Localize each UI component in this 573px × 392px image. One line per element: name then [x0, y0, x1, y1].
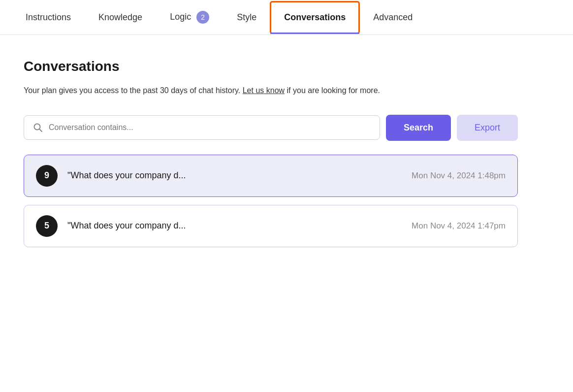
search-input-wrapper — [24, 115, 380, 140]
conversation-timestamp: Mon Nov 4, 2024 1:48pm — [412, 171, 506, 181]
conversation-list: 9 "What does your company d... Mon Nov 4… — [24, 155, 518, 247]
conversation-timestamp: Mon Nov 4, 2024 1:47pm — [412, 221, 506, 231]
tab-instructions[interactable]: Instructions — [12, 1, 85, 33]
logic-badge: 2 — [196, 11, 209, 24]
tab-advanced-label: Advanced — [373, 12, 413, 22]
tab-knowledge[interactable]: Knowledge — [85, 1, 156, 33]
search-input[interactable] — [49, 123, 371, 132]
conversation-item[interactable]: 9 "What does your company d... Mon Nov 4… — [24, 155, 518, 197]
page-title: Conversations — [24, 59, 518, 74]
tab-conversations[interactable]: Conversations — [270, 1, 359, 33]
description-before: Your plan gives you access to the past 3… — [24, 86, 240, 95]
tab-logic[interactable]: Logic 2 — [156, 0, 223, 34]
tab-advanced[interactable]: Advanced — [359, 1, 426, 33]
conversation-item[interactable]: 5 "What does your company d... Mon Nov 4… — [24, 205, 518, 247]
export-button[interactable]: Export — [457, 115, 518, 141]
description-after: if you are looking for more. — [287, 86, 380, 95]
message-count-badge: 5 — [36, 215, 58, 237]
tab-knowledge-label: Knowledge — [98, 12, 142, 22]
tab-navigation: Instructions Knowledge Logic 2 Style Con… — [0, 0, 573, 35]
main-content: Conversations Your plan gives you access… — [0, 35, 541, 271]
search-row: Search Export — [24, 115, 518, 141]
message-count-badge: 9 — [36, 165, 58, 187]
tab-conversations-label: Conversations — [284, 12, 346, 22]
page-description: Your plan gives you access to the past 3… — [24, 84, 518, 97]
search-icon — [33, 123, 43, 132]
tab-style-label: Style — [237, 12, 256, 22]
search-button[interactable]: Search — [386, 115, 451, 141]
conversation-preview: "What does your company d... — [67, 221, 402, 231]
conversation-preview: "What does your company d... — [67, 170, 402, 181]
tab-style[interactable]: Style — [223, 1, 270, 33]
svg-line-1 — [39, 129, 42, 131]
tab-logic-label: Logic — [170, 12, 191, 22]
tab-instructions-label: Instructions — [26, 12, 71, 22]
let-us-know-link[interactable]: Let us know — [243, 86, 285, 95]
